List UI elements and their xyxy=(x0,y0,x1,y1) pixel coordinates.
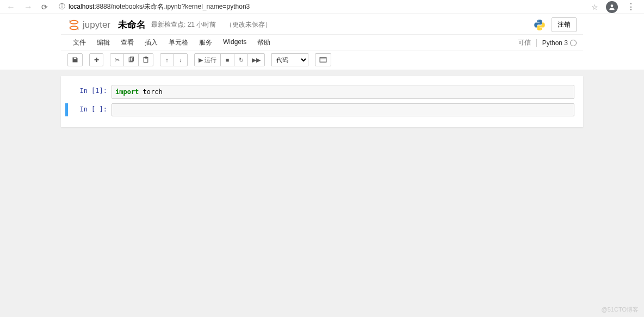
menu-edit[interactable]: 编辑 xyxy=(91,35,115,51)
code-input[interactable]: import torch xyxy=(112,85,574,99)
move-up-button[interactable]: ↑ xyxy=(160,53,174,66)
menu-insert[interactable]: 插入 xyxy=(139,35,163,51)
notebook-app: jupyter 未命名 最新检查点: 21 小时前 （更改未保存） 注销 文件 … xyxy=(0,14,644,317)
code-input[interactable] xyxy=(112,103,574,116)
toolbar: ✚ ✂ ↑ ↓ ▶ 运行 ■ ↻ ▶▶ 代码 xyxy=(61,51,583,70)
svg-rect-9 xyxy=(320,58,326,62)
menus: 文件 编辑 查看 插入 单元格 服务 Widgets 帮助 xyxy=(67,35,276,51)
browser-bar: ← → ⟳ ⓘ localhost:8888/notebooks/未命名.ipy… xyxy=(0,0,644,14)
jupyter-logo-icon xyxy=(67,18,81,32)
paste-button[interactable] xyxy=(138,53,153,66)
forward-icon[interactable]: → xyxy=(22,2,35,12)
menu-dots-icon[interactable]: ⋮ xyxy=(622,2,640,12)
copy-button[interactable] xyxy=(123,53,139,66)
menu-kernel[interactable]: 服务 xyxy=(194,35,218,51)
logout-button[interactable]: 注销 xyxy=(552,17,577,32)
menu-cell[interactable]: 单元格 xyxy=(163,35,194,51)
menu-widgets[interactable]: Widgets xyxy=(218,35,252,51)
restart-run-all-button[interactable]: ▶▶ xyxy=(247,53,265,66)
reload-icon[interactable]: ⟳ xyxy=(39,3,50,11)
svg-point-4 xyxy=(77,28,78,29)
header-right: 注销 xyxy=(533,17,577,32)
python-icon xyxy=(533,18,546,32)
svg-point-3 xyxy=(69,20,70,21)
user-icon[interactable] xyxy=(606,1,618,13)
info-icon: ⓘ xyxy=(59,2,65,11)
menu-file[interactable]: 文件 xyxy=(67,35,91,51)
logo-text: jupyter xyxy=(83,20,110,30)
input-area[interactable]: import torch xyxy=(112,85,574,99)
move-down-button[interactable]: ↓ xyxy=(174,53,188,66)
menubar: 文件 编辑 查看 插入 单元格 服务 Widgets 帮助 可信 Python … xyxy=(61,34,583,51)
svg-rect-8 xyxy=(145,57,147,58)
add-cell-button[interactable]: ✚ xyxy=(89,53,103,66)
back-icon[interactable]: ← xyxy=(4,2,17,12)
svg-point-2 xyxy=(70,26,78,29)
cut-button[interactable]: ✂ xyxy=(110,53,124,66)
watermark: @51CTO博客 xyxy=(602,306,639,314)
input-prompt: In [ ]: xyxy=(68,103,112,116)
header: jupyter 未命名 最新检查点: 21 小时前 （更改未保存） 注销 xyxy=(61,14,583,34)
command-palette-button[interactable] xyxy=(315,53,331,66)
save-button[interactable] xyxy=(67,53,83,66)
run-button[interactable]: ▶ 运行 xyxy=(194,53,221,66)
code-cell[interactable]: In [ ]: xyxy=(65,102,579,117)
kernel-name[interactable]: Python 3 xyxy=(536,39,577,47)
cell-type-select[interactable]: 代码 xyxy=(271,53,308,66)
kernel-indicator: 可信 Python 3 xyxy=(518,38,577,47)
input-prompt: In [1]: xyxy=(68,85,112,99)
kernel-status-icon xyxy=(570,40,577,46)
trusted-label[interactable]: 可信 xyxy=(518,38,531,47)
menu-view[interactable]: 查看 xyxy=(115,35,139,51)
header-left: jupyter 未命名 最新检查点: 21 小时前 （更改未保存） xyxy=(67,18,271,32)
code-cell[interactable]: In [1]: import torch xyxy=(65,84,579,100)
svg-point-0 xyxy=(611,4,614,7)
interrupt-button[interactable]: ■ xyxy=(220,53,234,66)
autosave-status: （更改未保存） xyxy=(226,20,271,29)
url-bar[interactable]: ⓘ localhost:8888/notebooks/未命名.ipynb?ker… xyxy=(54,1,584,13)
checkpoint-status: 最新检查点: 21 小时前 xyxy=(151,20,216,29)
notebook-container: In [1]: import torch In [ ]: xyxy=(61,76,583,127)
url-text: localhost:8888/notebooks/未命名.ipynb?kerne… xyxy=(69,2,250,11)
restart-button[interactable]: ↻ xyxy=(234,53,248,66)
svg-point-1 xyxy=(70,20,78,23)
logo[interactable]: jupyter xyxy=(67,18,110,32)
input-area[interactable] xyxy=(112,103,574,116)
notebook-title[interactable]: 未命名 xyxy=(118,18,146,31)
header-container: jupyter 未命名 最新检查点: 21 小时前 （更改未保存） 注销 文件 … xyxy=(0,14,644,70)
menu-help[interactable]: 帮助 xyxy=(252,35,276,51)
star-icon[interactable]: ☆ xyxy=(588,3,602,11)
